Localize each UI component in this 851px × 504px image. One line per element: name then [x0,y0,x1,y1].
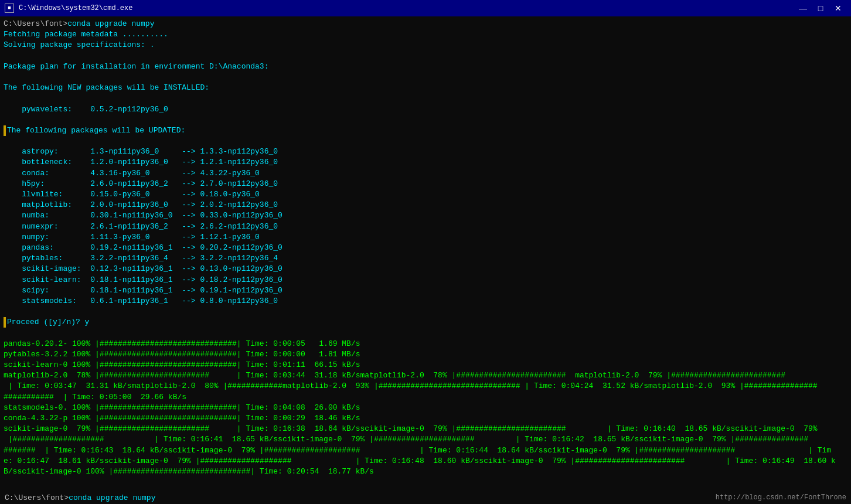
highlight-row: The following packages will be UPDATED: [4,125,847,136]
command: conda upgrade numpy [67,19,154,28]
terminal-line [4,307,847,317]
terminal-line: llvmlite: 0.15.0-py36_0 --> 0.18.0-py36_… [4,189,847,200]
terminal-line: B/sscikit-image-0 100% |################… [4,466,847,477]
terminal-line: statsmodels-0. 100% |###################… [4,403,847,413]
terminal-line: statsmodels: 0.6.1-np111py36_1 --> 0.8.0… [4,296,847,307]
proceed-row: Proceed ([y]/n)? y [4,317,847,328]
terminal-line: matplotlib-2.0 78% |####################… [4,370,847,381]
watermark: http://blog.csdn.net/FontThrone [716,493,846,502]
terminal-line: C:\Users\font>conda upgrade numpy [4,19,847,29]
terminal-line: pandas-0.20.2- 100% |###################… [4,339,847,349]
titlebar-left: ■ C:\Windows\system32\cmd.exe [5,4,132,13]
terminal-line: Proceed ([y]/n)? y [6,317,89,328]
terminal-line: pytables: 3.2.2-np111py36_4 --> 3.2.2-np… [4,253,847,264]
terminal-line: e: 0:16:47 18.61 kB/sscikit-image-0 79% … [4,456,847,466]
terminal-line [4,72,847,83]
terminal-line: Fetching package metadata .......... [4,29,847,40]
close-button[interactable]: ✕ [830,2,846,14]
terminal-line: pandas: 0.19.2-np111py36_1 --> 0.20.2-np… [4,243,847,253]
terminal-line [4,93,847,104]
terminal: C:\Users\font>conda upgrade numpy Fetchi… [0,16,851,504]
terminal-line: scikit-learn: 0.18.1-np111py36_1 --> 0.1… [4,275,847,285]
prompt-path: C:\Users\font> [5,493,69,502]
titlebar-title: C:\Windows\system32\cmd.exe [19,4,132,12]
prompt: C:\Users\font> [4,19,67,28]
terminal-line: bottleneck: 1.2.0-np111py36_0 --> 1.2.1-… [4,157,847,168]
terminal-line: numba: 0.30.1-np111py36_0 --> 0.33.0-np1… [4,210,847,221]
terminal-line: pywavelets: 0.5.2-np112py36_0 [4,104,847,115]
terminal-line: numpy: 1.11.3-py36_0 --> 1.12.1-py36_0 [4,232,847,243]
terminal-line [4,115,847,125]
terminal-line: |#################### | Time: 0:16:41 18… [4,434,847,445]
terminal-line: numexpr: 2.6.1-np111py36_2 --> 2.6.2-np1… [4,222,847,232]
terminal-line: Solving package specifications: . [4,40,847,50]
terminal-line: scikit-image: 0.12.3-np111py36_1 --> 0.1… [4,264,847,274]
titlebar-controls: — □ ✕ [795,2,846,14]
proceed-text: Proceed ([y]/n)? y [7,318,89,326]
terminal-line: conda-4.3.22-p 100% |###################… [4,413,847,424]
minimize-button[interactable]: — [795,2,811,14]
terminal-line: h5py: 2.6.0-np111py36_2 --> 2.7.0-np112p… [4,179,847,189]
terminal-line: ########### | Time: 0:05:00 29.66 kB/s [4,392,847,403]
terminal-line [4,51,847,62]
maximize-button[interactable]: □ [812,2,829,14]
titlebar-icon: ■ [5,4,14,13]
terminal-line: scikit-learn-0 100% |###################… [4,360,847,370]
terminal-line: The following packages will be UPDATED: [6,125,185,136]
terminal-line: The following NEW packages will be INSTA… [4,83,847,93]
titlebar: ■ C:\Windows\system32\cmd.exe — □ ✕ [0,0,851,16]
terminal-line: Package plan for installation in environ… [4,62,847,72]
terminal-line [4,136,847,147]
bottom-prompt: C:\Users\font>conda upgrade numpy [5,493,155,502]
terminal-line: matplotlib: 2.0.0-np111py36_0 --> 2.0.2-… [4,200,847,210]
terminal-line: astropy: 1.3-np111py36_0 --> 1.3.3-np112… [4,147,847,157]
terminal-line: | Time: 0:03:47 31.31 kB/smatplotlib-2.0… [4,381,847,391]
terminal-line [4,328,847,338]
terminal-line: scipy: 0.18.1-np111py36_1 --> 0.19.1-np1… [4,285,847,296]
terminal-line: conda: 4.3.16-py36_0 --> 4.3.22-py36_0 [4,168,847,179]
bottom-bar: C:\Users\font>conda upgrade numpy http:/… [0,491,851,504]
terminal-line: scikit-image-0 79% |####################… [4,424,847,434]
terminal-line: pytables-3.2.2 100% |###################… [4,349,847,360]
terminal-line: ####### | Time: 0:16:43 18.64 kB/sscikit… [4,445,847,456]
prompt-command: conda upgrade numpy [69,493,155,502]
